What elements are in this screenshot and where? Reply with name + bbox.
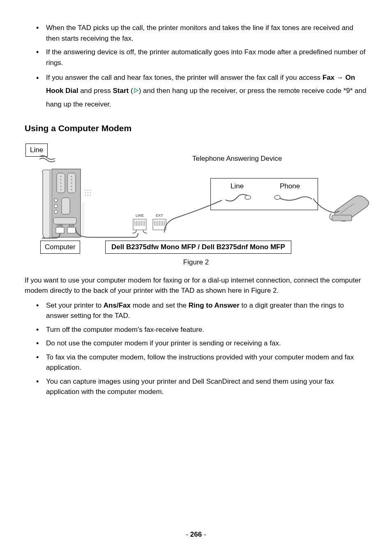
svg-point-27 [85, 195, 86, 196]
svg-point-29 [90, 195, 91, 196]
svg-point-10 [71, 179, 72, 181]
svg-point-23 [90, 190, 91, 191]
t: mode and set the [131, 301, 189, 309]
svg-point-14 [54, 199, 58, 202]
list-item: If the answering device is off, the prin… [36, 47, 367, 68]
t: To fax via the computer modem, follow th… [46, 353, 354, 372]
list-item: Do not use the computer modem if your pr… [36, 338, 367, 349]
cable-printer-to-tad [160, 193, 226, 234]
cable-tad-to-phone [312, 197, 341, 218]
svg-point-12 [71, 186, 72, 187]
svg-point-8 [60, 189, 62, 190]
t: and press [78, 87, 113, 95]
svg-point-21 [85, 190, 86, 191]
start-label: Start [113, 87, 129, 95]
svg-rect-19 [56, 227, 64, 233]
svg-point-15 [54, 204, 58, 208]
t: - [186, 531, 190, 538]
figure-caption: Figure 2 [25, 257, 367, 268]
svg-point-24 [85, 192, 86, 193]
bottom-bullet-list: Set your printer to Ans/Fax mode and set… [25, 300, 367, 397]
list-item: Turn off the computer modem's fax-receiv… [36, 324, 367, 335]
t: - [202, 531, 206, 538]
svg-point-7 [60, 186, 62, 187]
play-icon [133, 85, 139, 90]
svg-point-28 [88, 195, 88, 196]
svg-point-16 [54, 210, 58, 213]
arrow-icon: → [334, 74, 345, 81]
line-cable-icon [37, 154, 62, 171]
svg-point-9 [71, 176, 72, 177]
list-item: When the TAD picks up the call, the prin… [36, 23, 367, 44]
tad-phone-label: Phone [280, 181, 300, 192]
ansfax-label: Ans/Fax [104, 301, 131, 309]
svg-point-13 [71, 189, 72, 190]
tad-line-label: Line [231, 181, 244, 192]
tad-box: Line Phone [210, 178, 318, 210]
svg-text:LINE: LINE [136, 213, 144, 218]
fax-label: Fax [323, 74, 334, 81]
svg-point-49 [245, 195, 251, 199]
section-heading: Using a Computer Modem [25, 122, 367, 135]
svg-point-11 [71, 183, 72, 184]
svg-point-6 [60, 183, 62, 184]
t: Set your printer to [46, 301, 104, 309]
page-number: - 266 - [0, 529, 392, 540]
computer-label-box: Computer [40, 241, 80, 254]
top-bullet-list: When the TAD picks up the call, the prin… [25, 23, 367, 111]
list-text: If the answering device is off, the prin… [46, 48, 365, 67]
tad-phone-jack-icon [272, 193, 314, 208]
list-item: To fax via the computer modem, follow th… [36, 352, 367, 373]
page-num-value: 266 [190, 531, 202, 538]
svg-rect-17 [62, 198, 70, 214]
t: Dell B2375dfw Mono MFP / Dell B2375dnf M… [111, 243, 285, 251]
card-line-label: LINE [57, 224, 63, 227]
tad-line-jack-icon [223, 193, 252, 208]
t: Line [30, 146, 43, 154]
tad-title: Telephone Answering Device [192, 153, 282, 164]
t: Do not use the computer modem if your pr… [46, 339, 281, 347]
cable-comp-to-printer [74, 226, 140, 240]
svg-marker-0 [134, 88, 138, 93]
t: If you answer the call and hear fax tone… [46, 74, 323, 81]
t: Turn off the computer modem's fax-receiv… [46, 326, 204, 334]
t: ( [129, 87, 133, 95]
svg-point-26 [90, 192, 91, 193]
intro-paragraph: If you want to use your computer modem f… [25, 275, 367, 296]
list-item: If you answer the call and hear fax tone… [36, 71, 367, 111]
svg-point-5 [60, 179, 62, 181]
t: Computer [45, 243, 76, 251]
list-item: Set your printer to Ans/Fax mode and set… [36, 300, 367, 321]
svg-point-50 [274, 195, 280, 199]
figure-2: Line Telephone Answering Device LINE AUX [25, 144, 370, 255]
svg-point-22 [88, 190, 88, 191]
printer-label-box: Dell B2375dfw Mono MFP / Dell B2375dnf M… [105, 241, 291, 254]
t: You can capture images using your printe… [46, 378, 334, 396]
svg-point-25 [88, 192, 88, 193]
svg-rect-18 [53, 218, 76, 224]
ringtoanswer-label: Ring to Answer [189, 301, 240, 309]
svg-point-4 [60, 176, 62, 177]
list-text: When the TAD picks up the call, the prin… [46, 24, 353, 42]
list-item: You can capture images using your printe… [36, 376, 367, 397]
